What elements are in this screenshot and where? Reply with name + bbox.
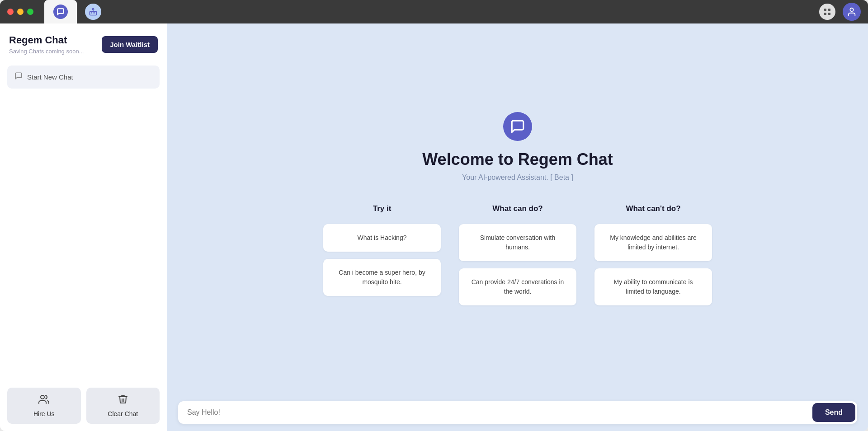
titlebar-tabs [44,0,109,23]
new-chat-icon [14,72,23,82]
grid-icon[interactable] [819,4,835,20]
col-title-try-it: Try it [323,204,441,213]
svg-rect-7 [828,9,830,11]
new-chat-label: Start New Chat [27,73,73,81]
sidebar: Regem Chat Saving Chats coming soon... J… [0,23,167,431]
chat-input[interactable] [187,408,812,417]
svg-rect-6 [824,9,826,11]
clear-chat-label: Clear Chat [108,410,138,417]
welcome-content: Welcome to Regem Chat Your AI-powered As… [167,23,868,394]
welcome-logo [503,112,532,141]
titlebar-right [819,3,861,21]
app-body: Regem Chat Saving Chats coming soon... J… [0,23,868,431]
svg-rect-8 [824,13,826,15]
sidebar-subtitle: Saving Chats coming soon... [9,48,84,55]
column-cant-do: What can't do? My knowledge and abilitie… [594,204,712,305]
can-do-card-1: Simulate conversation with humans. [459,224,576,261]
svg-point-11 [41,395,44,399]
welcome-title: Welcome to Regem Chat [422,150,613,169]
sidebar-spacer [0,92,167,380]
sidebar-title-group: Regem Chat Saving Chats coming soon... [9,34,84,55]
sidebar-header: Regem Chat Saving Chats coming soon... J… [0,23,167,62]
column-try-it: Try it What is Hacking? Can i become a s… [323,204,441,305]
try-it-card-1[interactable]: What is Hacking? [323,224,441,252]
try-it-card-2[interactable]: Can i become a super hero, by mosquito b… [323,259,441,296]
hire-us-label: Hire Us [33,410,55,417]
chat-input-area: Send [167,394,868,431]
col-title-can-do: What can do? [459,204,576,213]
tab-bot[interactable] [77,0,109,23]
can-do-card-2: Can provide 24/7 converations in the wor… [459,268,576,305]
column-can-do: What can do? Simulate conversation with … [459,204,576,305]
chat-input-wrapper: Send [178,401,857,424]
col-title-cant-do: What can't do? [594,204,712,213]
send-button[interactable]: Send [812,403,855,422]
svg-point-10 [850,8,853,11]
chat-tab-icon [53,5,68,19]
svg-rect-9 [828,13,830,15]
sidebar-title: Regem Chat [9,34,84,46]
clear-chat-button[interactable]: Clear Chat [86,388,160,424]
welcome-subtitle: Your AI-powered Assistant. [ Beta ] [462,173,573,182]
tab-active-chat[interactable] [44,0,77,23]
titlebar [0,0,868,23]
cant-do-card-2: My ability to communicate is limited to … [594,268,712,305]
hire-us-icon [38,394,49,408]
main-area: Welcome to Regem Chat Your AI-powered As… [167,23,868,431]
bot-tab-icon [85,4,101,20]
clear-chat-icon [118,394,128,408]
sidebar-bottom: Hire Us Clear Chat [0,380,167,431]
close-button[interactable] [7,9,14,15]
user-avatar[interactable] [843,3,861,21]
maximize-button[interactable] [27,9,33,15]
minimize-button[interactable] [17,9,24,15]
new-chat-item[interactable]: Start New Chat [7,66,160,89]
cant-do-card-1: My knowledge and abilities are limited b… [594,224,712,261]
hire-us-button[interactable]: Hire Us [7,388,81,424]
join-waitlist-button[interactable]: Join Waitlist [102,36,158,53]
info-columns: Try it What is Hacking? Can i become a s… [323,204,712,305]
